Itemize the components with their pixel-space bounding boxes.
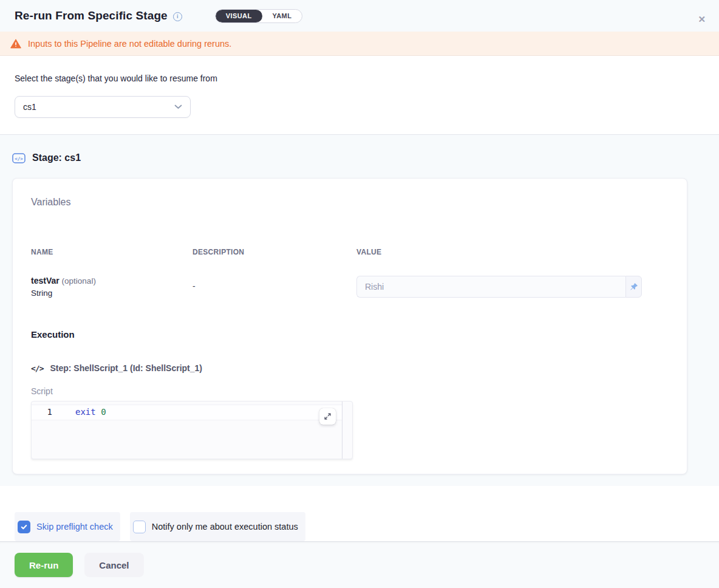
skip-preflight-label: Skip preflight check — [36, 522, 113, 532]
variable-type: String — [31, 289, 193, 298]
notify-me-label: Notify only me about execution status — [152, 522, 298, 532]
line-number: 1 — [32, 407, 52, 417]
stage-title-row: </> Stage: cs1 — [0, 151, 719, 165]
visual-yaml-toggle: VISUAL YAML — [215, 9, 303, 23]
variable-name-cell: testVar (optional) String — [31, 276, 193, 305]
variable-value-group — [356, 276, 642, 298]
code-icon: </> — [31, 364, 43, 373]
rerun-button[interactable]: Re-run — [15, 553, 73, 577]
variables-table-header: NAME DESCRIPTION VALUE — [31, 248, 669, 256]
warning-message: Inputs to this Pipeline are not editable… — [28, 39, 231, 49]
stage-dropdown-value: cs1 — [23, 102, 36, 112]
column-header-name: NAME — [31, 248, 193, 256]
editor-scrollbar[interactable] — [342, 402, 342, 459]
notify-me-option[interactable]: Notify only me about execution status — [130, 512, 305, 541]
step-label: Step: ShellScript_1 (Id: ShellScript_1) — [50, 363, 202, 373]
run-options-section: Skip preflight check Notify only me abou… — [0, 486, 719, 541]
dialog-header: Re-run From Specific Stage i VISUAL YAML… — [0, 0, 719, 32]
skip-preflight-option[interactable]: Skip preflight check — [15, 512, 120, 541]
info-icon[interactable]: i — [173, 12, 182, 21]
toggle-visual[interactable]: VISUAL — [216, 10, 262, 22]
script-editor[interactable]: 1 exit 0 — [31, 401, 353, 459]
close-icon[interactable]: ✕ — [698, 15, 706, 24]
pin-icon[interactable] — [625, 276, 642, 298]
cancel-button[interactable]: Cancel — [84, 553, 143, 577]
column-header-value: VALUE — [356, 248, 669, 256]
step-row: </> Step: ShellScript_1 (Id: ShellScript… — [31, 362, 669, 374]
variable-description: - — [193, 276, 356, 305]
warning-triangle-icon — [10, 39, 21, 49]
dialog-footer: Re-run Cancel — [0, 541, 719, 588]
stage-dropdown[interactable]: cs1 — [15, 96, 191, 118]
stage-select-label: Select the stage(s) that you would like … — [15, 74, 704, 83]
code-text: exit 0 — [75, 407, 106, 417]
toggle-yaml[interactable]: YAML — [262, 10, 302, 22]
code-keyword: exit — [75, 407, 96, 417]
variables-title: Variables — [31, 197, 669, 209]
stage-card: Variables NAME DESCRIPTION VALUE testVar… — [12, 178, 687, 474]
skip-preflight-checkbox[interactable] — [18, 521, 30, 533]
column-header-description: DESCRIPTION — [193, 248, 356, 256]
warning-banner: Inputs to this Pipeline are not editable… — [0, 32, 719, 56]
expand-icon[interactable] — [319, 408, 336, 425]
variables-table: NAME DESCRIPTION VALUE testVar (optional… — [31, 248, 669, 305]
variable-value-input[interactable] — [356, 276, 625, 298]
page-title: Re-run From Specific Stage — [15, 9, 168, 22]
stage-details-section: </> Stage: cs1 Variables NAME DESCRIPTIO… — [0, 134, 719, 486]
chevron-down-icon — [174, 104, 182, 109]
execution-title: Execution — [31, 329, 669, 340]
code-argument: 0 — [101, 407, 106, 417]
code-line: 1 exit 0 — [32, 402, 352, 417]
variable-name: testVar — [31, 276, 60, 285]
notify-me-checkbox[interactable] — [133, 521, 146, 533]
table-row: testVar (optional) String - — [31, 276, 669, 305]
stage-select-section: Select the stage(s) that you would like … — [0, 56, 719, 134]
variable-optional-note: (optional) — [62, 276, 96, 285]
script-label: Script — [31, 386, 669, 397]
stage-title: Stage: cs1 — [32, 152, 81, 163]
svg-text:</>: </> — [15, 156, 23, 161]
stage-code-badge-icon: </> — [12, 152, 26, 164]
